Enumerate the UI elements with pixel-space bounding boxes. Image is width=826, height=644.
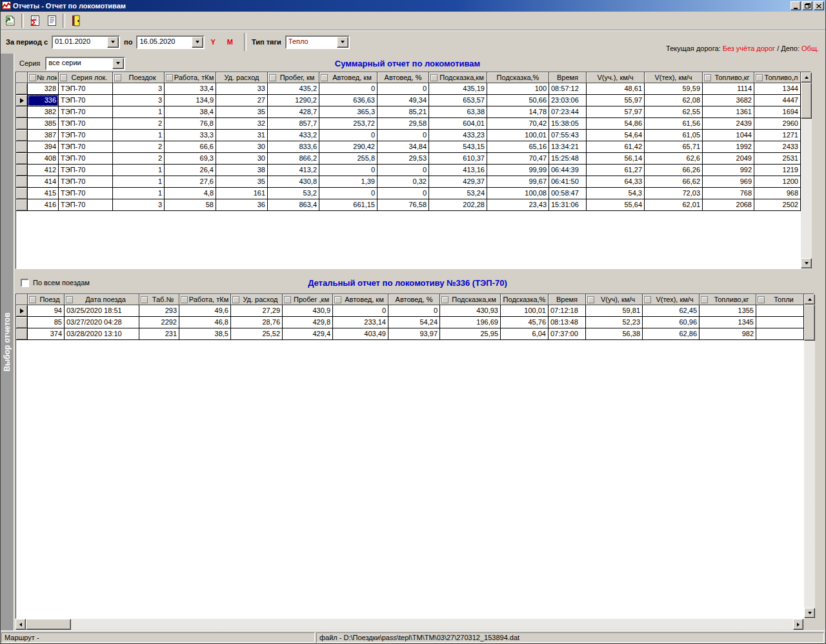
summary-cell-r6-c7[interactable]: 29,53 <box>378 153 429 165</box>
detail-cell-r0-c10[interactable]: 07:12:18 <box>549 305 586 317</box>
scroll-track[interactable] <box>801 119 812 258</box>
column-filter-checkbox[interactable] <box>758 296 765 303</box>
detail-cell-r2-c7[interactable]: 93,97 <box>388 328 440 340</box>
summary-cell-r1-c6[interactable]: 636,63 <box>319 95 378 106</box>
summary-cell-r4-c7[interactable]: 0 <box>378 130 429 141</box>
detail-cell-r1-c12[interactable]: 60,96 <box>643 317 700 328</box>
summary-cell-r10-c7[interactable]: 76,58 <box>378 199 429 211</box>
summary-cell-r8-c3[interactable]: 27,6 <box>165 176 216 188</box>
detail-cell-r1-c8[interactable]: 196,69 <box>440 317 501 328</box>
summary-cell-r6-c10[interactable]: 15:25:48 <box>549 153 587 165</box>
column-filter-checkbox[interactable] <box>441 296 448 303</box>
detail-cell-r0-c2[interactable]: 293 <box>139 305 179 317</box>
detail-cell-r2-c14[interactable] <box>756 328 804 340</box>
summary-cell-r5-c1[interactable]: ТЭП-70 <box>59 141 113 153</box>
summary-cell-r4-c4[interactable]: 31 <box>216 130 268 141</box>
year-shortcut[interactable]: Y <box>210 38 215 46</box>
summary-cell-r10-c13[interactable]: 2068 <box>703 199 754 211</box>
summary-cell-r0-c4[interactable]: 33 <box>216 83 268 95</box>
detail-cell-r1-c10[interactable]: 08:13:48 <box>549 317 586 328</box>
summary-cell-r8-c12[interactable]: 66,62 <box>645 176 703 188</box>
summary-cell-r8-c7[interactable]: 0,32 <box>378 176 429 188</box>
summary-column-header-5[interactable]: Уд. расход <box>216 72 268 83</box>
restore-button[interactable] <box>802 1 812 10</box>
summary-cell-r9-c4[interactable]: 161 <box>216 188 268 199</box>
summary-column-header-6[interactable]: Пробег, км <box>268 72 319 83</box>
column-filter-checkbox[interactable] <box>321 74 328 81</box>
detail-cell-r0-c6[interactable]: 0 <box>333 305 388 317</box>
summary-cell-r0-c10[interactable]: 08:57:12 <box>549 83 587 95</box>
summary-cell-r4-c6[interactable]: 0 <box>319 130 378 141</box>
traction-dropdown-button[interactable] <box>337 37 348 48</box>
column-filter-checkbox[interactable] <box>181 296 188 303</box>
summary-cell-r1-c14[interactable]: 4447 <box>754 95 801 106</box>
summary-cell-r5-c9[interactable]: 65,16 <box>487 141 549 153</box>
summary-cell-r3-c3[interactable]: 76,8 <box>165 118 216 130</box>
column-filter-checkbox[interactable] <box>60 74 67 81</box>
detail-cell-r2-c0[interactable]: 374 <box>28 328 65 340</box>
detail-column-header-9[interactable]: Подсказка,км <box>440 294 501 305</box>
summary-cell-r0-c12[interactable]: 59,59 <box>645 83 703 95</box>
summary-cell-r6-c8[interactable]: 610,37 <box>429 153 487 165</box>
column-filter-checkbox[interactable] <box>29 74 36 81</box>
summary-cell-r3-c12[interactable]: 61,56 <box>645 118 703 130</box>
summary-cell-r5-c7[interactable]: 34,84 <box>378 141 429 153</box>
summary-cell-r5-c0[interactable]: 394 <box>28 141 59 153</box>
summary-column-header-3[interactable]: Поездок <box>113 72 165 83</box>
summary-cell-r1-c9[interactable]: 50,66 <box>487 95 549 106</box>
summary-cell-r0-c5[interactable]: 435,2 <box>268 83 319 95</box>
row-indicator[interactable] <box>16 130 28 141</box>
summary-cell-r3-c8[interactable]: 604,01 <box>429 118 487 130</box>
summary-cell-r1-c12[interactable]: 62,08 <box>645 95 703 106</box>
summary-cell-r3-c10[interactable]: 15:38:05 <box>549 118 587 130</box>
detail-cell-r2-c1[interactable]: 03/28/2020 13:10 <box>65 328 139 340</box>
summary-cell-r3-c5[interactable]: 857,7 <box>268 118 319 130</box>
summary-cell-r7-c13[interactable]: 992 <box>703 165 754 176</box>
detail-cell-r2-c6[interactable]: 403,49 <box>333 328 388 340</box>
summary-cell-r5-c6[interactable]: 290,42 <box>319 141 378 153</box>
summary-cell-r1-c13[interactable]: 3682 <box>703 95 754 106</box>
column-filter-checkbox[interactable] <box>141 296 148 303</box>
detail-cell-r2-c9[interactable]: 6,04 <box>501 328 549 340</box>
summary-cell-r2-c4[interactable]: 35 <box>216 106 268 118</box>
summary-cell-r7-c9[interactable]: 99,99 <box>487 165 549 176</box>
summary-cell-r2-c9[interactable]: 14,78 <box>487 106 549 118</box>
detail-column-header-13[interactable]: V(тех), км/ч <box>643 294 700 305</box>
summary-cell-r2-c8[interactable]: 63,38 <box>429 106 487 118</box>
summary-cell-r9-c9[interactable]: 100,08 <box>487 188 549 199</box>
summary-cell-r0-c11[interactable]: 48,61 <box>587 83 645 95</box>
summary-cell-r10-c2[interactable]: 3 <box>113 199 165 211</box>
summary-column-header-10[interactable]: Подсказка,% <box>487 72 549 83</box>
summary-cell-r5-c10[interactable]: 13:34:21 <box>549 141 587 153</box>
summary-cell-r9-c14[interactable]: 968 <box>754 188 801 199</box>
summary-cell-r8-c14[interactable]: 1200 <box>754 176 801 188</box>
summary-cell-r6-c6[interactable]: 255,8 <box>319 153 378 165</box>
summary-column-header-1[interactable]: № лок. <box>28 72 59 83</box>
detail-cell-r2-c5[interactable]: 429,4 <box>283 328 333 340</box>
tab-report-selection[interactable]: Выбор отчетов <box>1 54 14 630</box>
summary-cell-r6-c11[interactable]: 56,14 <box>587 153 645 165</box>
close-button[interactable] <box>814 1 824 10</box>
detail-cell-r2-c2[interactable]: 231 <box>139 328 179 340</box>
summary-cell-r9-c8[interactable]: 53,24 <box>429 188 487 199</box>
summary-cell-r3-c11[interactable]: 54,86 <box>587 118 645 130</box>
summary-cell-r3-c6[interactable]: 253,72 <box>319 118 378 130</box>
summary-cell-r5-c8[interactable]: 543,15 <box>429 141 487 153</box>
summary-cell-r7-c7[interactable]: 0 <box>378 165 429 176</box>
summary-cell-r7-c8[interactable]: 413,16 <box>429 165 487 176</box>
summary-cell-r7-c5[interactable]: 413,2 <box>268 165 319 176</box>
summary-cell-r5-c13[interactable]: 1992 <box>703 141 754 153</box>
summary-cell-r7-c11[interactable]: 61,27 <box>587 165 645 176</box>
detail-column-header-8[interactable]: Автовед, % <box>388 294 440 305</box>
summary-column-header-2[interactable]: Серия лок. <box>59 72 113 83</box>
row-indicator[interactable] <box>16 165 28 176</box>
month-shortcut[interactable]: M <box>227 38 233 46</box>
column-filter-checkbox[interactable] <box>284 296 291 303</box>
summary-cell-r5-c2[interactable]: 2 <box>113 141 165 153</box>
row-indicator[interactable] <box>16 153 28 165</box>
summary-cell-r9-c2[interactable]: 1 <box>113 188 165 199</box>
summary-cell-r2-c13[interactable]: 1361 <box>703 106 754 118</box>
summary-cell-r2-c10[interactable]: 07:23:44 <box>549 106 587 118</box>
detail-column-header-14[interactable]: Топливо,кг <box>700 294 756 305</box>
summary-cell-r1-c5[interactable]: 1290,2 <box>268 95 319 106</box>
